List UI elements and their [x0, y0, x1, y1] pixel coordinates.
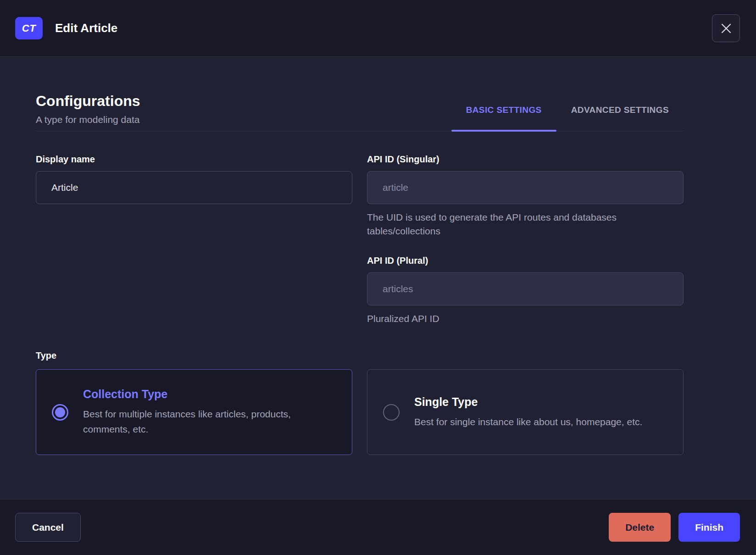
- display-name-field: Display name: [36, 154, 352, 204]
- modal-header: CT Edit Article: [0, 0, 756, 57]
- page-subtitle: A type for modeling data: [36, 114, 140, 125]
- config-titles: Configurations A type for modeling data: [36, 93, 140, 131]
- form-grid: Display name API ID (Singular) The UID i…: [36, 154, 684, 326]
- config-header: Configurations A type for modeling data …: [36, 93, 684, 131]
- api-id-singular-label: API ID (Singular): [367, 154, 684, 165]
- single-type-text: Single Type Best for single instance lik…: [414, 395, 642, 429]
- single-type-description: Best for single instance like about us, …: [414, 414, 642, 429]
- cancel-button[interactable]: Cancel: [15, 513, 81, 542]
- edit-article-modal: CT Edit Article Configurations A type fo…: [0, 0, 756, 555]
- collection-type-title: Collection Type: [83, 388, 333, 401]
- modal-footer: Cancel Delete Finish: [0, 499, 756, 555]
- single-type-title: Single Type: [414, 395, 642, 409]
- collection-type-radio[interactable]: [52, 404, 68, 421]
- finish-button[interactable]: Finish: [678, 513, 740, 542]
- display-name-input[interactable]: [36, 171, 352, 204]
- collection-type-description: Best for multiple instances like article…: [83, 406, 333, 437]
- settings-tabs: BASIC SETTINGS ADVANCED SETTINGS: [451, 105, 684, 131]
- display-name-label: Display name: [36, 154, 352, 165]
- tab-basic-settings[interactable]: BASIC SETTINGS: [451, 105, 556, 131]
- type-label: Type: [36, 350, 684, 361]
- footer-actions: Delete Finish: [609, 513, 740, 542]
- type-section: Type Collection Type Best for multiple i…: [36, 350, 684, 455]
- api-id-plural-helper: Pluralized API ID: [367, 312, 684, 326]
- content-type-badge: CT: [15, 17, 43, 39]
- api-id-singular-field: API ID (Singular) The UID is used to gen…: [367, 154, 684, 238]
- type-cards: Collection Type Best for multiple instan…: [36, 369, 684, 455]
- collection-type-card[interactable]: Collection Type Best for multiple instan…: [36, 369, 352, 455]
- modal-body: Configurations A type for modeling data …: [0, 57, 756, 499]
- tab-advanced-settings[interactable]: ADVANCED SETTINGS: [556, 105, 684, 131]
- single-type-card[interactable]: Single Type Best for single instance lik…: [367, 369, 684, 455]
- close-button[interactable]: [712, 14, 740, 42]
- delete-button[interactable]: Delete: [609, 513, 671, 542]
- api-id-plural-label: API ID (Plural): [367, 255, 684, 266]
- api-id-singular-helper: The UID is used to generate the API rout…: [367, 211, 684, 238]
- api-id-plural-input[interactable]: [367, 272, 684, 305]
- collection-type-text: Collection Type Best for multiple instan…: [83, 388, 333, 437]
- single-type-radio[interactable]: [383, 404, 400, 421]
- close-icon: [720, 22, 732, 34]
- api-id-plural-field: API ID (Plural) Pluralized API ID: [367, 255, 684, 326]
- api-id-singular-input[interactable]: [367, 171, 684, 204]
- page-title: Configurations: [36, 93, 140, 110]
- modal-title: Edit Article: [55, 21, 117, 35]
